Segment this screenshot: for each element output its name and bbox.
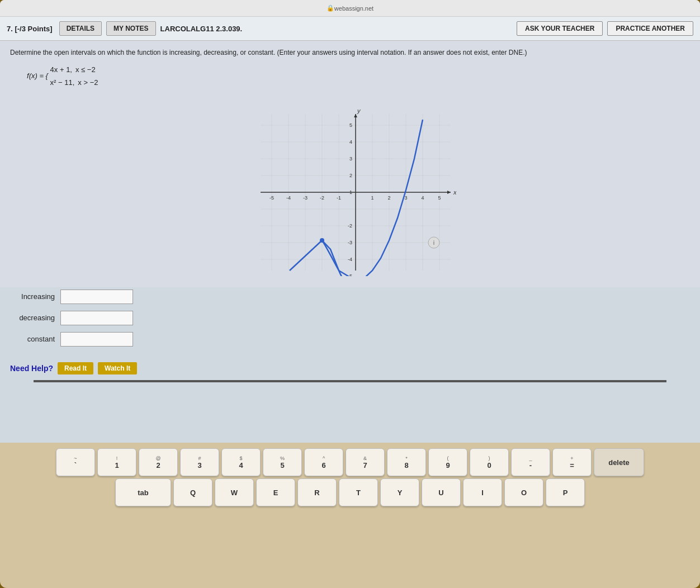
key-row-numbers: ~ ` ! 1 @ 2 # 3 $ 4 % 5 <box>6 448 694 476</box>
key-r[interactable]: R <box>297 478 337 506</box>
practice-another-button[interactable]: PRACTICE ANOTHER <box>607 21 693 36</box>
function-display: f(x) = { 4x + 1, x ≤ −2 x² − 11, x > −2 <box>27 63 690 89</box>
key-0[interactable]: ) 0 <box>470 448 509 476</box>
key-i[interactable]: I <box>463 478 502 506</box>
piecewise-function: 4x + 1, x ≤ −2 x² − 11, x > −2 <box>50 63 98 89</box>
key-3[interactable]: # 3 <box>180 448 219 476</box>
svg-point-47 <box>320 238 324 243</box>
key-1[interactable]: ! 1 <box>97 448 136 476</box>
question-body: Determine the open intervals on which th… <box>0 41 700 287</box>
divider-bar <box>34 380 666 382</box>
key-4[interactable]: $ 4 <box>221 448 261 476</box>
key-minus[interactable]: _ - <box>511 448 550 476</box>
key-e[interactable]: E <box>256 478 295 506</box>
svg-text:-2: -2 <box>348 223 352 229</box>
key-7[interactable]: & 7 <box>346 448 385 476</box>
svg-text:-3: -3 <box>303 195 308 201</box>
function-graph: x y -5 -4 -3 -2 -1 1 2 <box>244 97 456 276</box>
laptop-frame: 🔒 webassign.net 7. [-/3 Points] DETAILS … <box>0 0 700 588</box>
piece2-formula: x² − 11, <box>50 76 75 89</box>
screen: 🔒 webassign.net 7. [-/3 Points] DETAILS … <box>0 0 700 447</box>
key-5[interactable]: % 5 <box>263 448 302 476</box>
svg-text:5: 5 <box>438 195 441 201</box>
header: 7. [-/3 Points] DETAILS MY NOTES LARCOLA… <box>0 17 700 41</box>
function-label: f(x) = { <box>27 72 48 80</box>
svg-text:-1: -1 <box>337 195 341 201</box>
my-notes-button[interactable]: MY NOTES <box>106 21 155 36</box>
svg-text:2: 2 <box>349 173 352 178</box>
key-q[interactable]: Q <box>173 478 212 506</box>
increasing-label: Increasing <box>10 292 55 301</box>
svg-text:-2: -2 <box>320 195 324 201</box>
svg-text:-4: -4 <box>348 257 352 262</box>
svg-text:3: 3 <box>404 195 407 201</box>
key-equals[interactable]: + = <box>552 448 592 476</box>
key-8[interactable]: * 8 <box>387 448 426 476</box>
decreasing-label: decreasing <box>10 314 55 322</box>
url-display: webassign.net <box>334 5 373 12</box>
need-help-section: Need Help? Read It Watch It <box>0 358 700 379</box>
svg-text:1: 1 <box>349 189 352 195</box>
svg-text:2: 2 <box>387 195 390 201</box>
piece2-condition: x > −2 <box>78 76 98 89</box>
problem-id: LARCOLALG11 2.3.039. <box>160 25 243 33</box>
svg-text:1: 1 <box>371 195 373 201</box>
svg-text:-5: -5 <box>269 195 274 201</box>
lock-icon: 🔒 <box>327 4 334 12</box>
watch-it-button[interactable]: Watch It <box>98 362 137 374</box>
key-p[interactable]: P <box>546 478 585 506</box>
content-area: 7. [-/3 Points] DETAILS MY NOTES LARCOLA… <box>0 17 700 447</box>
key-6[interactable]: ^ 6 <box>304 448 343 476</box>
key-9[interactable]: ( 9 <box>428 448 467 476</box>
graph-container: x y -5 -4 -3 -2 -1 1 2 <box>10 97 690 276</box>
details-button[interactable]: DETAILS <box>59 21 102 36</box>
constant-input[interactable] <box>60 332 133 347</box>
keyboard: ~ ` ! 1 @ 2 # 3 $ 4 % 5 <box>0 443 700 588</box>
key-2[interactable]: @ 2 <box>139 448 178 476</box>
key-backtick[interactable]: ~ ` <box>56 448 95 476</box>
svg-text:x: x <box>453 189 456 196</box>
svg-text:3: 3 <box>349 156 352 162</box>
constant-row: constant <box>10 332 690 347</box>
key-w[interactable]: W <box>215 478 254 506</box>
increasing-input[interactable] <box>60 290 133 304</box>
inputs-section: Increasing decreasing constant <box>0 287 700 355</box>
problem-label: 7. [-/3 Points] <box>7 25 53 33</box>
key-delete[interactable]: delete <box>594 448 644 476</box>
decreasing-input[interactable] <box>60 311 133 325</box>
svg-text:5: 5 <box>349 122 352 128</box>
key-row-qwerty: tab Q W E R T Y U I O P <box>6 478 694 506</box>
constant-label: constant <box>10 335 55 343</box>
key-u[interactable]: U <box>422 478 461 506</box>
svg-text:4: 4 <box>349 139 352 145</box>
decreasing-row: decreasing <box>10 311 690 325</box>
question-text: Determine the open intervals on which th… <box>10 48 690 58</box>
key-o[interactable]: O <box>504 478 543 506</box>
key-y[interactable]: Y <box>380 478 419 506</box>
browser-bar: 🔒 webassign.net <box>0 0 700 17</box>
need-help-text: Need Help? <box>10 364 53 373</box>
piece1-formula: 4x + 1, <box>50 63 72 76</box>
read-it-button[interactable]: Read It <box>58 362 93 374</box>
svg-text:-4: -4 <box>286 195 291 201</box>
key-tab[interactable]: tab <box>115 478 171 506</box>
svg-text:-3: -3 <box>348 240 352 245</box>
key-t[interactable]: T <box>339 478 378 506</box>
piece1-condition: x ≤ −2 <box>75 63 96 76</box>
ask-teacher-button[interactable]: ASK YOUR TEACHER <box>517 21 603 36</box>
svg-text:4: 4 <box>421 195 424 201</box>
increasing-row: Increasing <box>10 290 690 304</box>
svg-text:i: i <box>433 239 434 246</box>
